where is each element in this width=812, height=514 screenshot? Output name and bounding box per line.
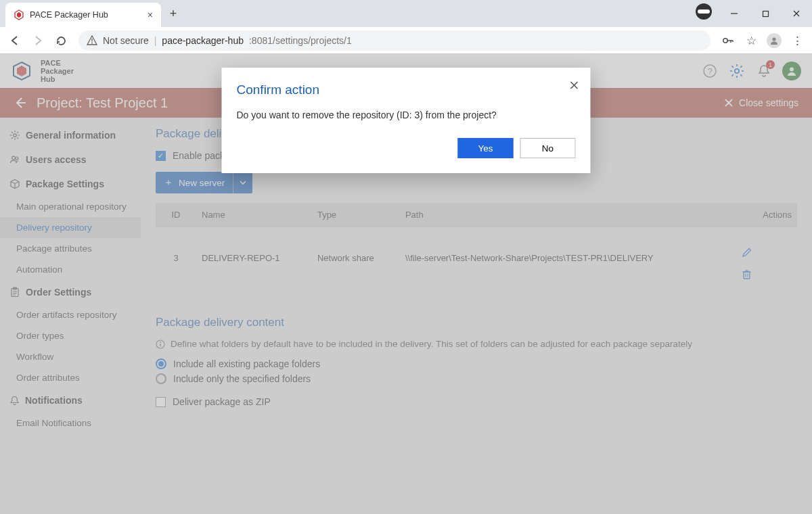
svg-point-17	[735, 69, 739, 73]
svg-point-40	[16, 157, 18, 160]
window-close-button[interactable]	[781, 3, 812, 24]
users-icon	[9, 154, 20, 165]
cell-type: Network share	[312, 227, 400, 289]
svg-point-27	[790, 68, 794, 72]
sidebar-item-workflow[interactable]: Workflow	[0, 346, 141, 367]
svg-line-37	[17, 132, 18, 133]
col-path: Path	[400, 203, 736, 227]
svg-line-35	[12, 132, 13, 133]
tab-strip: PACE Packager Hub × +	[0, 0, 812, 27]
new-server-dropdown[interactable]	[233, 172, 252, 193]
sidebar-item-main-repo[interactable]: Main operational repository	[0, 196, 141, 217]
table-row: 3 DELIVERY-REPO-1 Network share \\file-s…	[156, 227, 797, 289]
modal-no-button[interactable]: No	[520, 138, 576, 158]
sidebar-item-package-attrs[interactable]: Package attributes	[0, 238, 141, 259]
sidebar-item-email-notif[interactable]: Email Notifications	[0, 413, 141, 434]
settings-sidebar: General information Users access Package…	[0, 118, 141, 514]
checkbox-checked-icon: ✓	[156, 151, 166, 161]
svg-point-12	[772, 37, 775, 41]
servers-table: ID Name Type Path Actions 3 DELIVERY-REP…	[156, 203, 797, 289]
security-label: Not secure	[103, 35, 149, 46]
modal-body: Do you want to remove the repository (ID…	[237, 110, 576, 120]
chrome-menu-button[interactable]: ⋮	[788, 31, 807, 50]
toolbar: Not secure | pace-packager-hub:8081/sett…	[0, 27, 812, 54]
col-name: Name	[196, 203, 312, 227]
col-id: ID	[156, 203, 196, 227]
svg-line-23	[740, 74, 742, 76]
svg-point-39	[12, 156, 16, 160]
product-logo-icon	[11, 60, 32, 82]
sidebar-group-general[interactable]: General information	[0, 123, 141, 147]
modal-yes-button[interactable]: Yes	[458, 138, 514, 158]
browser-chrome: PACE Packager Hub × + No	[0, 0, 812, 54]
chevron-down-icon	[239, 179, 247, 187]
confirm-modal: Confirm action Do you want to remove the…	[222, 68, 591, 173]
browser-tab[interactable]: PACE Packager Hub ×	[5, 3, 161, 27]
project-back-button[interactable]	[14, 96, 27, 110]
radio-unchecked-icon	[156, 373, 166, 384]
window-minimize-button[interactable]	[719, 3, 750, 24]
deliver-zip-checkbox[interactable]: Deliver package as ZIP	[156, 396, 797, 407]
new-tab-button[interactable]: +	[164, 4, 183, 23]
tab-close-icon[interactable]: ×	[148, 9, 153, 20]
cell-name: DELIVERY-REPO-1	[196, 227, 312, 289]
section-content-title: Package delivery content	[156, 316, 797, 329]
svg-line-42	[11, 182, 15, 184]
plus-icon: ＋	[164, 177, 173, 189]
col-actions: Actions	[736, 203, 797, 227]
url-path: :8081/settings/projects/1	[249, 35, 352, 46]
notification-badge: 1	[766, 60, 775, 69]
nav-reload-button[interactable]	[51, 31, 70, 50]
not-secure-icon	[87, 35, 97, 46]
nav-forward-button[interactable]	[28, 31, 47, 50]
svg-line-24	[740, 66, 742, 68]
radio-include-all[interactable]: Include all existing package folders	[156, 358, 797, 369]
url-host: pace-packager-hub	[162, 35, 244, 46]
address-bar[interactable]: Not secure | pace-packager-hub:8081/sett…	[78, 30, 710, 51]
nav-back-button[interactable]	[5, 31, 24, 50]
info-icon	[156, 340, 165, 349]
svg-point-7	[91, 43, 93, 44]
cell-id: 3	[156, 227, 196, 289]
sidebar-item-delivery-repo[interactable]: Delivery repository	[0, 217, 141, 238]
sidebar-group-notifications[interactable]: Notifications	[0, 388, 141, 413]
svg-marker-14	[17, 66, 26, 76]
modal-close-button[interactable]	[569, 80, 580, 91]
favicon-icon	[14, 9, 24, 20]
bookmark-star-icon[interactable]: ☆	[742, 31, 761, 50]
sidebar-item-order-attrs[interactable]: Order attributes	[0, 367, 141, 388]
sidebar-group-order[interactable]: Order Settings	[0, 280, 141, 304]
radio-include-specified[interactable]: Include only the specified folders	[156, 373, 797, 384]
svg-point-56	[160, 342, 161, 343]
notifications-bell-icon[interactable]: 1	[755, 62, 773, 80]
edit-row-icon[interactable]	[742, 247, 792, 258]
col-type: Type	[312, 203, 400, 227]
delete-row-icon[interactable]	[742, 269, 792, 280]
user-avatar[interactable]	[782, 62, 801, 80]
svg-rect-50	[744, 272, 750, 279]
modal-title: Confirm action	[237, 83, 576, 97]
radio-checked-icon	[156, 358, 166, 369]
new-server-button[interactable]: ＋New server	[156, 172, 252, 193]
settings-gear-icon[interactable]	[728, 62, 746, 80]
help-icon[interactable]: ?	[701, 62, 719, 80]
close-icon	[724, 98, 734, 108]
window-maximize-button[interactable]	[750, 3, 781, 24]
close-settings-button[interactable]: Close settings	[724, 97, 798, 108]
sidebar-group-package[interactable]: Package Settings	[0, 172, 141, 196]
product-name: PACE Packager Hub	[41, 59, 74, 83]
sidebar-group-users[interactable]: Users access	[0, 147, 141, 172]
sidebar-item-order-artifacts[interactable]: Order artifacts repository	[0, 304, 141, 325]
svg-line-25	[732, 74, 734, 76]
svg-marker-1	[17, 12, 21, 18]
package-icon	[9, 179, 20, 189]
profile-button[interactable]	[765, 31, 784, 50]
svg-point-8	[723, 39, 727, 43]
svg-line-22	[732, 66, 734, 68]
tab-title: PACE Packager Hub	[30, 10, 108, 20]
app-root: PACE Packager Hub ? 1 Project: Test Proj…	[0, 54, 812, 514]
sidebar-item-order-types[interactable]: Order types	[0, 325, 141, 346]
sidebar-item-automation[interactable]: Automation	[0, 259, 141, 280]
password-key-icon[interactable]	[719, 31, 738, 50]
checkbox-empty-icon	[156, 397, 166, 407]
